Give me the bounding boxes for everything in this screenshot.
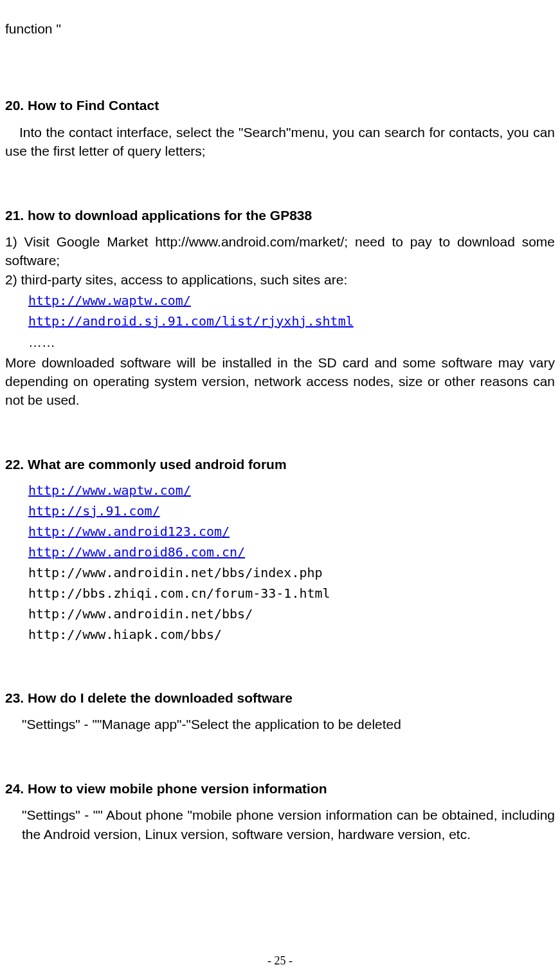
link-row: http://www.androidin.net/bbs/index.php — [5, 564, 555, 582]
plain-url-hiapk: http://www.hiapk.com/bbs/ — [28, 627, 222, 642]
section-23-text: "Settings" - ""Manage app"-"Select the a… — [5, 715, 555, 733]
link-android86[interactable]: http://www.android86.com.cn/ — [28, 544, 245, 560]
link-row: http://www.waptw.com/ — [5, 481, 555, 499]
section-20: 20. How to Find Contact Into the contact… — [5, 96, 555, 160]
section-24-text: "Settings" - "" About phone "mobile phon… — [5, 806, 555, 844]
heading-22: 22. What are commonly used android forum — [5, 455, 555, 474]
link-sj91[interactable]: http://android.sj.91.com/list/rjyxhj.sht… — [28, 313, 354, 329]
link-row: http://www.androidin.net/bbs/ — [5, 605, 555, 623]
plain-url-androidin-index: http://www.androidin.net/bbs/index.php — [28, 565, 323, 580]
section-24: 24. How to view mobile phone version inf… — [5, 779, 555, 844]
page-number: - 25 - — [0, 953, 560, 969]
link-row: http://www.hiapk.com/bbs/ — [5, 625, 555, 643]
link-waptw-2[interactable]: http://www.waptw.com/ — [28, 483, 191, 498]
section-21-p1: 1) Visit Google Market http://www.androi… — [5, 232, 555, 270]
section-21-p3: More downloaded software will be install… — [5, 353, 555, 410]
link-row: http://bbs.zhiqi.com.cn/forum-33-1.html — [5, 584, 555, 602]
section-22: 22. What are commonly used android forum… — [5, 455, 555, 643]
plain-url-androidin-bbs: http://www.androidin.net/bbs/ — [28, 606, 253, 622]
section-21: 21. how to download applications for the… — [5, 206, 555, 410]
link-row: http://www.android86.com.cn/ — [5, 543, 555, 561]
link-row: http://android.sj.91.com/list/rjyxhj.sht… — [5, 312, 555, 330]
ellipsis: …… — [5, 333, 555, 351]
heading-21: 21. how to download applications for the… — [5, 206, 555, 225]
link-row: http://www.waptw.com/ — [5, 291, 555, 309]
section-21-p2: 2) third-party sites, access to applicat… — [5, 270, 555, 289]
heading-24: 24. How to view mobile phone version inf… — [5, 779, 555, 798]
section-20-text: Into the contact interface, select the "… — [5, 123, 555, 161]
heading-23: 23. How do I delete the downloaded softw… — [5, 688, 555, 707]
section-23: 23. How do I delete the downloaded softw… — [5, 688, 555, 734]
heading-20: 20. How to Find Contact — [5, 96, 555, 115]
plain-url-zhiqi: http://bbs.zhiqi.com.cn/forum-33-1.html — [28, 586, 330, 601]
link-sj91-2[interactable]: http://sj.91.com/ — [28, 503, 160, 519]
link-row: http://sj.91.com/ — [5, 502, 555, 520]
link-android123[interactable]: http://www.android123.com/ — [28, 524, 230, 539]
fragment-text: function " — [5, 19, 555, 38]
link-row: http://www.android123.com/ — [5, 522, 555, 540]
link-waptw[interactable]: http://www.waptw.com/ — [28, 293, 191, 308]
